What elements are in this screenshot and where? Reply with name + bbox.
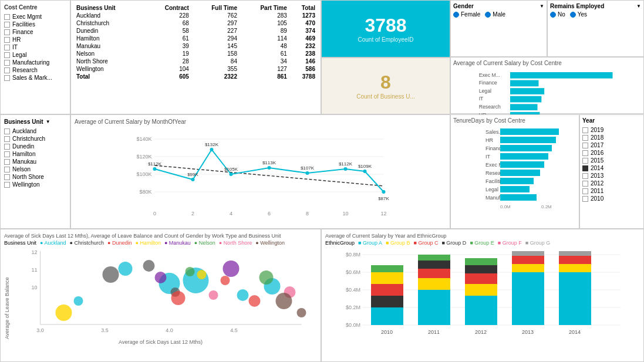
year-checkbox[interactable]: [582, 150, 588, 156]
business-unit-item[interactable]: Christchurch: [4, 135, 66, 143]
business-unit-item[interactable]: Wellington: [4, 181, 66, 188]
business-unit-checkbox[interactable]: [4, 182, 10, 188]
cost-centre-checkbox[interactable]: [4, 29, 10, 35]
scatter-panel: Average of Sick Days Last 12 Mths), Aver…: [0, 229, 321, 362]
table-row: Nelson1915861238: [75, 50, 317, 57]
tenure-panel: TenureDays by Cost Centre Sales... HR Fi…: [450, 114, 579, 229]
year-checkbox[interactable]: [582, 143, 588, 148]
year-checkbox[interactable]: [582, 196, 588, 202]
business-unit-checkbox[interactable]: [4, 167, 10, 172]
year-option[interactable]: 2012: [582, 180, 641, 187]
cost-centre-checkbox[interactable]: [4, 75, 10, 81]
cost-centre-item[interactable]: Research: [4, 66, 66, 74]
business-unit-item[interactable]: Dunedin: [4, 143, 66, 150]
year-filter[interactable]: Year 20192018201720162015201420132012201…: [579, 114, 644, 229]
table-cell: 48: [239, 42, 289, 50]
cost-centre-checkbox[interactable]: [4, 52, 10, 58]
remains-employed-chevron[interactable]: ▼: [636, 4, 641, 9]
remains-radio[interactable]: [570, 12, 576, 18]
gender-option[interactable]: Male: [485, 11, 505, 18]
business-unit-checkbox[interactable]: [4, 136, 10, 142]
cost-centre-item[interactable]: Sales & Mark...: [4, 74, 66, 82]
gender-radio[interactable]: [453, 12, 459, 18]
table-cell: 104: [145, 65, 191, 73]
gender-option[interactable]: Female: [453, 11, 480, 18]
business-unit-item-label: North Shore: [12, 174, 44, 180]
svg-text:4.5: 4.5: [230, 327, 238, 333]
svg-rect-116: [371, 307, 403, 325]
year-option[interactable]: 2019: [582, 126, 641, 134]
table-row: North Shore288434146: [75, 57, 317, 65]
year-checkbox[interactable]: [582, 158, 588, 164]
year-option[interactable]: 2016: [582, 149, 641, 157]
table-row: Manukau3914548232: [75, 42, 317, 50]
svg-text:Legal: Legal: [479, 88, 491, 94]
year-checkbox[interactable]: [582, 135, 588, 141]
svg-point-91: [143, 260, 155, 272]
remains-radio[interactable]: [550, 12, 556, 18]
svg-rect-66: [500, 170, 540, 176]
cost-centre-item[interactable]: Legal: [4, 51, 66, 59]
cost-centre-checkbox[interactable]: [4, 14, 10, 20]
year-checkbox[interactable]: [582, 188, 588, 194]
year-option[interactable]: 2018: [582, 134, 641, 141]
kpi2-label: Count of Business U...: [356, 93, 415, 100]
business-unit-item[interactable]: Auckland: [4, 127, 66, 135]
cost-centre-item-label: Finance: [12, 29, 33, 35]
cost-centre-checkbox[interactable]: [4, 45, 10, 50]
business-unit-chevron[interactable]: ▼: [46, 119, 50, 124]
business-unit-item[interactable]: Nelson: [4, 165, 66, 173]
year-option[interactable]: 2010: [582, 195, 641, 202]
table-cell: 28: [145, 57, 191, 65]
business-unit-item-label: Manukau: [12, 158, 36, 165]
year-option[interactable]: 2013: [582, 172, 641, 180]
cost-centre-item[interactable]: Manufacturing: [4, 59, 66, 66]
year-option[interactable]: 2017: [582, 141, 641, 149]
gender-radio[interactable]: [485, 12, 491, 18]
table-row: Christchurch68297105470: [75, 19, 317, 27]
cost-centre-checkbox[interactable]: [4, 37, 10, 43]
year-option-label: 2010: [591, 195, 603, 202]
business-unit-item[interactable]: North Shore: [4, 173, 66, 181]
year-option[interactable]: 2011: [582, 187, 641, 195]
business-unit-checkbox[interactable]: [4, 151, 10, 157]
gender-filter-header: Gender ▼: [453, 3, 544, 9]
gender-filter[interactable]: Gender ▼ FemaleMale: [450, 0, 547, 57]
cost-centre-item[interactable]: Facilities: [4, 21, 66, 28]
cost-centre-checkbox[interactable]: [4, 60, 10, 66]
gender-option-label: Female: [461, 11, 480, 18]
cost-centre-checkbox[interactable]: [4, 22, 10, 28]
business-unit-checkbox[interactable]: [4, 159, 10, 165]
cost-centre-item[interactable]: Finance: [4, 28, 66, 36]
gender-chevron[interactable]: ▼: [540, 4, 544, 9]
svg-point-94: [221, 276, 230, 285]
business-unit-item[interactable]: Hamilton: [4, 150, 66, 158]
cost-centre-panel: Cost Centre Exec MgmtFacilitiesFinanceHR…: [0, 0, 70, 114]
remains-option[interactable]: No: [550, 11, 565, 18]
remains-option[interactable]: Yes: [570, 11, 587, 18]
business-unit-checkbox[interactable]: [4, 144, 10, 150]
year-checkbox[interactable]: [582, 165, 588, 171]
cost-centre-item[interactable]: IT: [4, 43, 66, 51]
year-checkbox[interactable]: [582, 127, 588, 133]
svg-text:Research: Research: [479, 104, 501, 110]
business-unit-checkbox[interactable]: [4, 174, 10, 180]
svg-rect-64: [500, 161, 544, 168]
svg-text:0.0M: 0.0M: [500, 204, 511, 209]
svg-text:$112K: $112K: [148, 161, 162, 167]
year-option[interactable]: 2015: [582, 157, 641, 164]
cost-centre-item[interactable]: Exec Mgmt: [4, 13, 66, 21]
year-option[interactable]: 2014: [582, 164, 641, 172]
table-cell: 127: [239, 65, 289, 73]
business-unit-checkbox[interactable]: [4, 128, 10, 134]
table-cell: Dunedin: [75, 27, 145, 35]
cost-centre-checkbox[interactable]: [4, 67, 10, 73]
remains-employed-filter[interactable]: Remains Employed ▼ NoYes: [547, 0, 644, 57]
business-unit-item[interactable]: Manukau: [4, 158, 66, 165]
year-checkbox[interactable]: [582, 181, 588, 187]
year-checkbox[interactable]: [582, 173, 588, 179]
cost-centre-item-label: Manufacturing: [12, 59, 49, 66]
svg-text:$99K: $99K: [187, 172, 198, 177]
cost-centre-item[interactable]: HR: [4, 36, 66, 43]
table-cell: 58: [145, 27, 191, 35]
